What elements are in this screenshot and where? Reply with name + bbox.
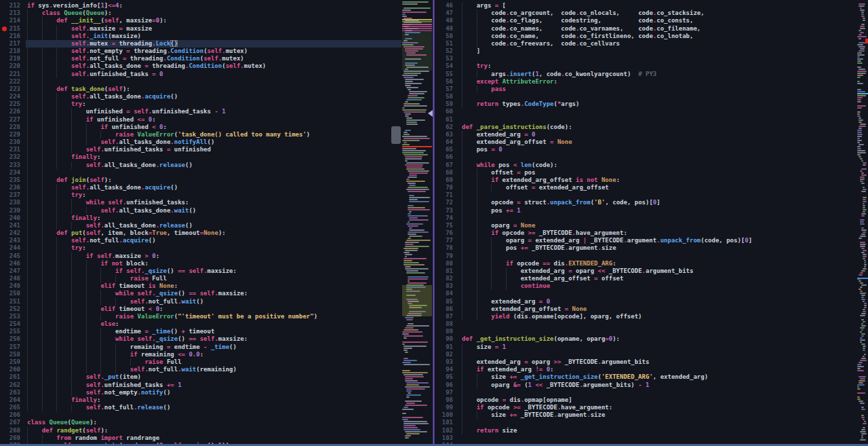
code-line[interactable]: 214 def __init__(self, maxsize=0): xyxy=(0,17,433,24)
line-number[interactable]: 265 xyxy=(0,404,20,411)
line-number[interactable]: 258 xyxy=(0,351,20,358)
code-line[interactable]: 268 def randget(self): xyxy=(0,427,433,434)
line-number[interactable]: 89 xyxy=(435,328,453,335)
code-line[interactable]: 48 code.co_flags, codestring, code.co_co… xyxy=(435,17,868,24)
code-line[interactable]: 75 oparg = None xyxy=(435,222,868,229)
code-line[interactable]: 98 opcode = dis.opmap[opname] xyxy=(435,396,868,404)
line-number[interactable]: 74 xyxy=(435,215,453,222)
code-line[interactable]: 225 try: xyxy=(0,100,433,108)
line-number[interactable]: 90 xyxy=(435,335,453,343)
line-number[interactable]: 51 xyxy=(435,40,453,48)
code-line[interactable]: 233 self.all_tasks_done.release() xyxy=(0,162,433,169)
code-line[interactable]: 56 except AttributeError: xyxy=(435,78,868,86)
line-number[interactable]: 243 xyxy=(0,237,20,244)
line-number[interactable]: 56 xyxy=(435,78,453,86)
line-number[interactable]: 247 xyxy=(0,267,20,275)
line-number[interactable]: 235 xyxy=(0,176,20,184)
line-number[interactable]: 92 xyxy=(435,351,453,358)
code-line[interactable]: 243 self.not_full.acquire() xyxy=(0,237,433,244)
line-number[interactable]: 61 xyxy=(435,116,453,124)
code-line[interactable]: 237 try: xyxy=(0,191,433,199)
code-line[interactable]: 227 if unfinished <= 0: xyxy=(0,116,433,124)
code-line[interactable]: 50 code.co_name, code.co_firstlineno, co… xyxy=(435,33,868,40)
code-line[interactable]: 88 xyxy=(435,320,868,328)
line-number[interactable]: 88 xyxy=(435,320,453,328)
line-number[interactable]: 80 xyxy=(435,260,453,267)
code-line[interactable]: 221 self.unfinished_tasks = 0 xyxy=(0,71,433,78)
code-line[interactable]: 102 return size xyxy=(435,427,868,434)
line-number[interactable]: 228 xyxy=(0,124,20,131)
line-number[interactable]: 218 xyxy=(0,48,20,55)
line-number[interactable]: 48 xyxy=(435,17,453,24)
line-number[interactable]: 94 xyxy=(435,366,453,373)
line-number[interactable]: 81 xyxy=(435,267,453,275)
code-line[interactable]: 223 def task_done(self): xyxy=(0,86,433,93)
code-line[interactable]: 235 def join(self): xyxy=(0,176,433,184)
code-line[interactable]: 70 offset = extended_arg_offset xyxy=(435,184,868,191)
code-line[interactable]: 90def _get_instruction_size(opname, opar… xyxy=(435,335,868,343)
line-number[interactable]: 49 xyxy=(435,25,453,33)
code-line[interactable]: 71 xyxy=(435,191,868,199)
code-line[interactable]: 103 xyxy=(435,434,868,442)
code-line[interactable]: 47 code.co_argcount, code.co_nlocals, co… xyxy=(435,10,868,17)
line-number[interactable]: 55 xyxy=(435,71,453,78)
line-number[interactable]: 242 xyxy=(0,229,20,237)
code-line[interactable]: 263 self.not_empty.notify() xyxy=(0,389,433,396)
line-number[interactable]: 79 xyxy=(435,253,453,260)
code-line[interactable]: 52 ] xyxy=(435,48,868,55)
line-number[interactable]: 230 xyxy=(0,138,20,146)
line-number[interactable]: 219 xyxy=(0,55,20,62)
code-line[interactable]: 218 self.not_empty = threading.Condition… xyxy=(0,48,433,55)
code-line[interactable]: 46 args = [ xyxy=(435,2,868,10)
code-line[interactable]: 66 xyxy=(435,153,868,161)
line-number[interactable]: 268 xyxy=(0,427,20,434)
line-number[interactable]: 240 xyxy=(0,215,20,222)
line-number[interactable]: 75 xyxy=(435,222,453,229)
code-line[interactable]: 73 pos += 1 xyxy=(435,207,868,215)
line-number[interactable]: 266 xyxy=(0,411,20,419)
line-number[interactable]: 239 xyxy=(0,207,20,215)
code-line[interactable]: 65 pos = 0 xyxy=(435,146,868,153)
line-number[interactable]: 101 xyxy=(435,419,453,426)
code-line[interactable]: 101 xyxy=(435,419,868,426)
line-number[interactable]: 220 xyxy=(0,62,20,70)
line-number[interactable]: 102 xyxy=(435,427,453,434)
line-number[interactable]: 66 xyxy=(435,153,453,161)
line-number[interactable]: 85 xyxy=(435,298,453,305)
line-number[interactable]: 47 xyxy=(435,10,453,17)
code-line[interactable]: 69 if extended_arg_offset is not None: xyxy=(435,176,868,184)
code-line[interactable]: 61 xyxy=(435,116,868,124)
code-line[interactable]: 244 try: xyxy=(0,244,433,252)
line-number[interactable]: 98 xyxy=(435,396,453,404)
code-line[interactable]: 95 size += _get_instruction_size('EXTEND… xyxy=(435,373,868,381)
line-number[interactable]: 76 xyxy=(435,229,453,237)
code-line[interactable]: 68 offset = pos xyxy=(435,169,868,176)
code-line[interactable]: 241 self.all_tasks_done.release() xyxy=(0,222,433,229)
line-number[interactable]: 95 xyxy=(435,373,453,381)
code-line[interactable]: 258 if remaining <= 0.0: xyxy=(0,351,433,358)
code-line[interactable]: 228 if unfinished < 0: xyxy=(0,124,433,131)
line-number[interactable]: 269 xyxy=(0,434,20,442)
code-line[interactable]: 246 if not block: xyxy=(0,260,433,267)
line-number[interactable]: 70 xyxy=(435,184,453,191)
line-number[interactable]: 257 xyxy=(0,343,20,351)
code-line[interactable]: 53 xyxy=(435,55,868,62)
line-number[interactable]: 246 xyxy=(0,260,20,267)
code-line[interactable]: 231 self.unfinished_tasks = unfinished xyxy=(0,146,433,153)
code-line[interactable]: 72 opcode = struct.unpack_from('B', code… xyxy=(435,199,868,206)
code-line[interactable]: 77 oparg = extended_arg | _BYTECODE.argu… xyxy=(435,237,868,244)
line-number[interactable]: 86 xyxy=(435,305,453,313)
line-number[interactable]: 248 xyxy=(0,275,20,282)
code-line[interactable]: 213 class Queue(Queue): xyxy=(0,10,433,17)
line-number[interactable]: 221 xyxy=(0,71,20,78)
line-number[interactable]: 97 xyxy=(435,389,453,396)
code-line[interactable]: 220 self.all_tasks_done = threading.Cond… xyxy=(0,62,433,70)
code-line[interactable]: 249 elif timeout is None: xyxy=(0,282,433,290)
line-number[interactable]: 72 xyxy=(435,199,453,206)
code-line[interactable]: 96 oparg &= (1 << _BYTECODE.argument_bit… xyxy=(435,382,868,389)
code-line[interactable]: 265 self.not_full.release() xyxy=(0,404,433,411)
line-number[interactable]: 260 xyxy=(0,366,20,373)
line-number[interactable]: 64 xyxy=(435,138,453,146)
code-line[interactable]: 230 self.all_tasks_done.notifyAll() xyxy=(0,138,433,146)
line-number[interactable]: 84 xyxy=(435,290,453,297)
